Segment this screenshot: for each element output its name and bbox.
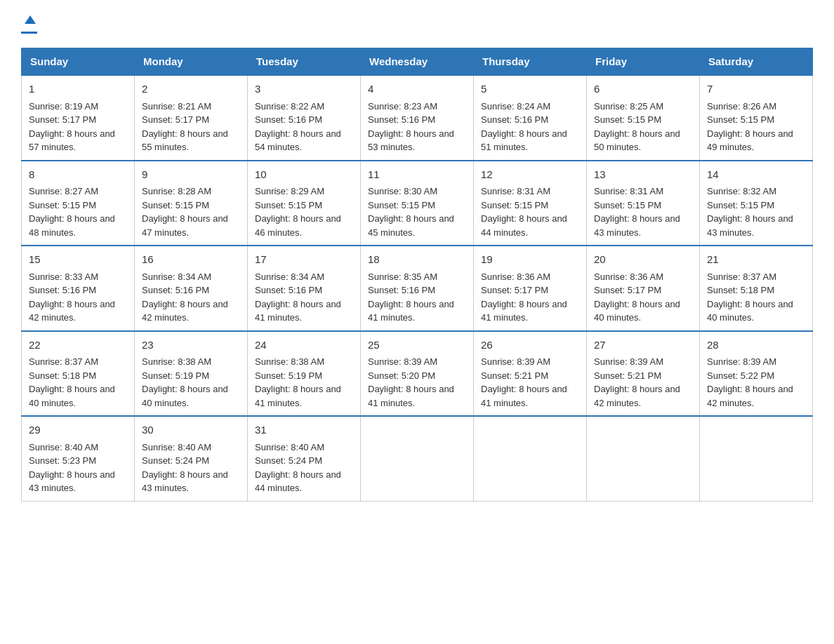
sunset-label: Sunset: 5:16 PM [255,285,322,295]
calendar-cell: 28Sunrise: 8:39 AMSunset: 5:22 PMDayligh… [700,331,813,417]
daylight-label: Daylight: 8 hours and 41 minutes. [368,299,454,323]
calendar-cell: 2Sunrise: 8:21 AMSunset: 5:17 PMDaylight… [135,75,248,161]
sunrise-label: Sunrise: 8:29 AM [255,186,324,196]
logo [21,14,37,34]
sunset-label: Sunset: 5:22 PM [707,370,774,381]
day-number: 22 [29,337,127,354]
calendar-cell: 1Sunrise: 8:19 AMSunset: 5:17 PMDaylight… [22,75,135,161]
calendar-cell: 24Sunrise: 8:38 AMSunset: 5:19 PMDayligh… [248,331,361,417]
calendar-week-4: 22Sunrise: 8:37 AMSunset: 5:18 PMDayligh… [22,331,813,417]
calendar-cell: 23Sunrise: 8:38 AMSunset: 5:19 PMDayligh… [135,331,248,417]
calendar-week-3: 15Sunrise: 8:33 AMSunset: 5:16 PMDayligh… [22,246,813,331]
sunrise-label: Sunrise: 8:37 AM [707,271,776,282]
daylight-label: Daylight: 8 hours and 40 minutes. [142,384,228,408]
sunrise-label: Sunrise: 8:34 AM [142,271,211,282]
sunset-label: Sunset: 5:15 PM [594,200,661,210]
daylight-label: Daylight: 8 hours and 42 minutes. [707,384,793,408]
sunset-label: Sunset: 5:15 PM [594,114,661,125]
day-number: 2 [142,81,240,98]
sunrise-label: Sunrise: 8:22 AM [255,101,324,112]
daylight-label: Daylight: 8 hours and 49 minutes. [707,128,793,153]
day-number: 30 [142,422,240,438]
day-number: 27 [594,337,692,354]
calendar-cell [700,416,813,501]
daylight-label: Daylight: 8 hours and 51 minutes. [481,128,567,153]
sunrise-label: Sunrise: 8:32 AM [707,186,776,196]
calendar-cell [587,416,700,501]
sunset-label: Sunset: 5:15 PM [707,114,774,125]
calendar-cell: 11Sunrise: 8:30 AMSunset: 5:15 PMDayligh… [361,161,474,246]
sunset-label: Sunset: 5:15 PM [707,200,774,210]
sunset-label: Sunset: 5:16 PM [255,114,322,125]
sunrise-label: Sunrise: 8:39 AM [594,356,663,367]
sunrise-label: Sunrise: 8:21 AM [142,101,211,112]
daylight-label: Daylight: 8 hours and 43 minutes. [142,469,228,494]
calendar-cell: 19Sunrise: 8:36 AMSunset: 5:17 PMDayligh… [474,246,587,331]
sunrise-label: Sunrise: 8:40 AM [255,442,324,452]
sunset-label: Sunset: 5:23 PM [29,455,96,466]
sunset-label: Sunset: 5:15 PM [255,200,322,210]
calendar-cell: 15Sunrise: 8:33 AMSunset: 5:16 PMDayligh… [22,246,135,331]
page-header [21,14,813,34]
day-number: 16 [142,252,240,268]
day-number: 29 [29,422,127,438]
logo-arrow-icon [23,14,37,31]
day-number: 4 [368,81,466,98]
day-number: 7 [707,81,805,98]
day-number: 5 [481,81,579,98]
sunset-label: Sunset: 5:18 PM [29,370,96,381]
daylight-label: Daylight: 8 hours and 43 minutes. [707,213,793,238]
calendar-cell: 21Sunrise: 8:37 AMSunset: 5:18 PMDayligh… [700,246,813,331]
calendar-cell: 10Sunrise: 8:29 AMSunset: 5:15 PMDayligh… [248,161,361,246]
daylight-label: Daylight: 8 hours and 45 minutes. [368,213,454,238]
daylight-label: Daylight: 8 hours and 44 minutes. [255,469,341,494]
calendar-cell: 9Sunrise: 8:28 AMSunset: 5:15 PMDaylight… [135,161,248,246]
daylight-label: Daylight: 8 hours and 50 minutes. [594,128,680,153]
calendar-header-monday: Monday [135,48,248,76]
calendar-cell: 8Sunrise: 8:27 AMSunset: 5:15 PMDaylight… [22,161,135,246]
sunrise-label: Sunrise: 8:25 AM [594,101,663,112]
daylight-label: Daylight: 8 hours and 46 minutes. [255,213,341,238]
calendar-cell: 5Sunrise: 8:24 AMSunset: 5:16 PMDaylight… [474,75,587,161]
calendar-header-row: SundayMondayTuesdayWednesdayThursdayFrid… [22,48,813,76]
calendar-cell: 18Sunrise: 8:35 AMSunset: 5:16 PMDayligh… [361,246,474,331]
sunrise-label: Sunrise: 8:31 AM [481,186,550,196]
day-number: 11 [368,167,466,183]
sunset-label: Sunset: 5:16 PM [368,285,435,295]
sunset-label: Sunset: 5:19 PM [142,370,209,381]
daylight-label: Daylight: 8 hours and 54 minutes. [255,128,341,153]
calendar-cell: 4Sunrise: 8:23 AMSunset: 5:16 PMDaylight… [361,75,474,161]
sunrise-label: Sunrise: 8:23 AM [368,101,437,112]
sunrise-label: Sunrise: 8:40 AM [142,442,211,452]
calendar-header-thursday: Thursday [474,48,587,76]
calendar-week-1: 1Sunrise: 8:19 AMSunset: 5:17 PMDaylight… [22,75,813,161]
calendar-cell: 7Sunrise: 8:26 AMSunset: 5:15 PMDaylight… [700,75,813,161]
sunrise-label: Sunrise: 8:34 AM [255,271,324,282]
calendar-week-5: 29Sunrise: 8:40 AMSunset: 5:23 PMDayligh… [22,416,813,501]
daylight-label: Daylight: 8 hours and 57 minutes. [29,128,115,153]
calendar-cell: 31Sunrise: 8:40 AMSunset: 5:24 PMDayligh… [248,416,361,501]
daylight-label: Daylight: 8 hours and 47 minutes. [142,213,228,238]
daylight-label: Daylight: 8 hours and 53 minutes. [368,128,454,153]
day-number: 6 [594,81,692,98]
sunrise-label: Sunrise: 8:35 AM [368,271,437,282]
sunset-label: Sunset: 5:20 PM [368,370,435,381]
daylight-label: Daylight: 8 hours and 55 minutes. [142,128,228,153]
daylight-label: Daylight: 8 hours and 42 minutes. [142,299,228,323]
sunset-label: Sunset: 5:16 PM [368,114,435,125]
daylight-label: Daylight: 8 hours and 40 minutes. [29,384,115,408]
sunset-label: Sunset: 5:19 PM [255,370,322,381]
day-number: 18 [368,252,466,268]
sunrise-label: Sunrise: 8:30 AM [368,186,437,196]
day-number: 25 [368,337,466,354]
daylight-label: Daylight: 8 hours and 40 minutes. [707,299,793,323]
day-number: 12 [481,167,579,183]
sunset-label: Sunset: 5:18 PM [707,285,774,295]
sunrise-label: Sunrise: 8:28 AM [142,186,211,196]
calendar-cell: 27Sunrise: 8:39 AMSunset: 5:21 PMDayligh… [587,331,700,417]
sunrise-label: Sunrise: 8:39 AM [707,356,776,367]
sunrise-label: Sunrise: 8:39 AM [368,356,437,367]
calendar-cell: 26Sunrise: 8:39 AMSunset: 5:21 PMDayligh… [474,331,587,417]
daylight-label: Daylight: 8 hours and 41 minutes. [255,299,341,323]
day-number: 3 [255,81,353,98]
